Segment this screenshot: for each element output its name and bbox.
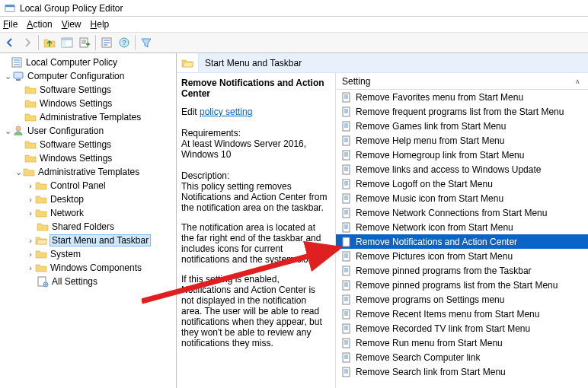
svg-rect-33 [343,353,350,362]
policy-item-icon [340,236,353,248]
setting-label: Remove Pictures icon from Start Menu [356,251,513,262]
svg-text:?: ? [122,39,126,46]
setting-row[interactable]: Remove Run menu from Start Menu [336,336,588,350]
setting-label: Remove Help menu from Start Menu [356,135,504,146]
tree-network[interactable]: ›Network [0,206,176,220]
setting-label: Remove links and access to Windows Updat… [356,164,541,175]
settings-list-icon [37,275,49,288]
setting-row[interactable]: Remove Favorites menu from Start Menu [336,90,588,104]
folder-icon [24,111,37,123]
show-hide-tree-button[interactable] [59,34,75,51]
menu-view[interactable]: View [62,19,81,30]
setting-label: Remove Recorded TV link from Start Menu [356,323,530,334]
menu-action[interactable]: Action [27,19,52,30]
tree-user-config[interactable]: ⌄User Configuration [0,124,176,138]
back-button[interactable] [2,34,18,51]
folder-icon [23,166,35,178]
sort-caret-icon: ∧ [575,78,580,85]
setting-label: Remove pinned programs list from the Sta… [356,280,558,291]
setting-row[interactable]: Remove Recent Items menu from Start Menu [336,307,588,321]
expand-icon[interactable]: › [26,236,35,245]
setting-row[interactable]: Remove Network Connections from Start Me… [336,205,588,220]
setting-row[interactable]: Remove Help menu from Start Menu [336,133,588,148]
setting-row[interactable]: Remove Homegroup link from Start Menu [336,148,588,162]
svg-rect-25 [343,237,350,246]
setting-row[interactable]: Remove programs on Settings menu [336,292,588,307]
export-list-button[interactable] [76,34,93,51]
setting-row[interactable]: Remove Music icon from Start Menu [336,191,588,205]
menu-file[interactable]: File [3,19,18,30]
tree-shared-folders[interactable]: Shared Folders [0,220,176,234]
expand-icon[interactable]: › [26,208,35,218]
tree-cc-software[interactable]: Software Settings [0,83,176,97]
help-button[interactable]: ? [116,34,133,51]
setting-row[interactable]: Remove pinned programs from the Taskbar [336,263,588,278]
tree-desktop[interactable]: ›Desktop [0,192,176,206]
settings-list: Setting ∧ Remove Favorites menu from Sta… [335,73,588,388]
setting-label: Remove Network icon from Start Menu [356,222,513,233]
svg-rect-24 [343,223,350,232]
collapse-icon[interactable]: ⌄ [3,72,12,81]
description-column: Remove Notifications and Action Center E… [177,73,335,388]
setting-row[interactable]: Remove Search Computer link [336,350,588,364]
requirements-text: At least Windows Server 2016, Windows 10 [181,138,328,160]
setting-label: Remove Homegroup link from Start Menu [356,150,524,161]
tree-uc-admin[interactable]: ⌄Administrative Templates [0,165,176,179]
setting-row[interactable]: Remove frequent programs list from the S… [336,104,588,119]
up-button[interactable] [41,34,58,51]
pane-header: Start Menu and Taskbar [177,53,588,73]
policy-item-icon [340,279,353,291]
svg-rect-30 [343,310,350,319]
tree-computer-config[interactable]: ⌄Computer Configuration [0,69,176,83]
edit-policy-link[interactable]: policy setting [200,107,252,117]
svg-rect-34 [343,367,350,377]
filter-button[interactable] [138,34,155,51]
tree-root[interactable]: Local Computer Policy [0,56,176,69]
collapse-icon[interactable]: ⌄ [14,167,23,177]
forward-button[interactable] [19,34,36,51]
svg-rect-23 [343,208,350,218]
tree-start-menu-taskbar[interactable]: ›Start Menu and Taskbar [0,234,176,247]
svg-rect-20 [343,165,350,174]
description-text-3: If this setting is enabled, Notification… [181,274,328,348]
expand-icon[interactable]: › [26,195,35,204]
tree-cc-windows[interactable]: Windows Settings [0,97,176,110]
expand-icon[interactable]: › [26,181,35,190]
expand-icon[interactable]: › [26,263,35,272]
tree-system[interactable]: ›System [0,247,176,261]
setting-row[interactable]: Remove Recorded TV link from Start Menu [336,321,588,336]
svg-rect-27 [343,266,350,275]
setting-row[interactable]: Remove links and access to Windows Updat… [336,162,588,177]
setting-row[interactable]: Remove Search link from Start Menu [336,364,588,379]
setting-label: Remove Search Computer link [356,352,480,363]
setting-row[interactable]: Remove Games link from Start Menu [336,119,588,133]
menu-help[interactable]: Help [91,19,110,30]
expand-icon[interactable]: › [26,250,35,259]
tree-control-panel[interactable]: ›Control Panel [0,179,176,192]
policy-item-icon [340,323,353,335]
description-heading: Description: [181,170,328,181]
svg-rect-26 [343,252,350,261]
tree-uc-windows[interactable]: Windows Settings [0,151,176,165]
setting-label: Remove Run menu from Start Menu [356,338,503,348]
tree-cc-admin[interactable]: Administrative Templates [0,110,176,124]
properties-button[interactable] [98,34,115,51]
svg-rect-17 [343,122,350,131]
setting-row[interactable]: Remove Logoff on the Start Menu [336,177,588,191]
setting-row[interactable]: Remove Pictures icon from Start Menu [336,249,588,263]
setting-row[interactable]: Remove Notifications and Action Center [336,234,588,249]
column-header-setting[interactable]: Setting ∧ [336,73,588,90]
collapse-icon[interactable]: ⌄ [3,126,12,136]
svg-rect-32 [343,339,350,348]
tree-windows-components[interactable]: ›Windows Components [0,261,176,275]
folder-icon [24,138,37,151]
tree-uc-software[interactable]: Software Settings [0,138,176,151]
setting-row[interactable]: Remove Network icon from Start Menu [336,220,588,234]
description-text-1: This policy setting removes Notification… [181,181,328,213]
folder-icon [35,180,47,192]
svg-rect-29 [343,295,350,304]
setting-label: Remove Games link from Start Menu [356,121,506,132]
setting-row[interactable]: Remove pinned programs list from the Sta… [336,278,588,292]
tree-pane[interactable]: Local Computer Policy ⌄Computer Configur… [0,53,177,388]
tree-all-settings[interactable]: All Settings [0,275,176,288]
